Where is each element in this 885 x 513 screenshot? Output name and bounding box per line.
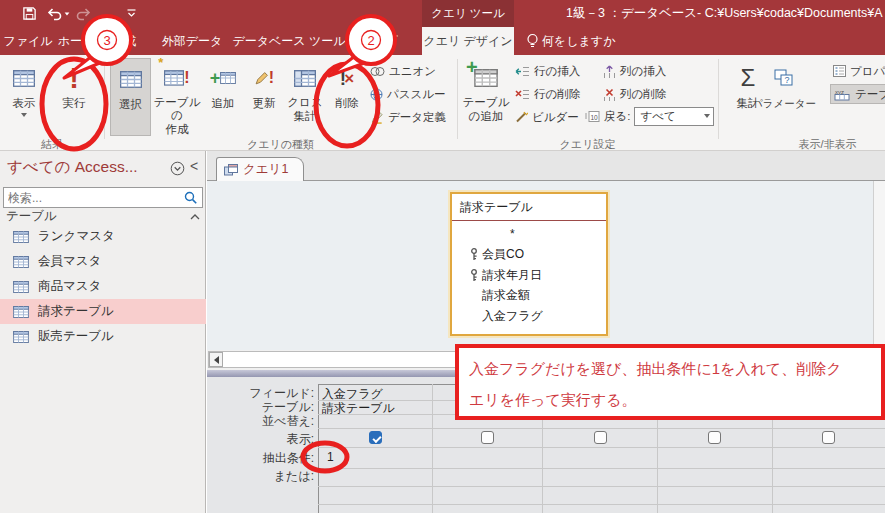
svg-text:xyz: xyz	[835, 88, 844, 94]
delete-columns-icon	[603, 88, 616, 101]
insert-columns-button[interactable]: 列の挿入	[603, 61, 666, 81]
nav-item-member-master[interactable]: 会員マスタ	[0, 249, 206, 274]
grid-row-line	[318, 428, 885, 429]
grid-cell-table[interactable]: 請求テーブル	[322, 402, 395, 415]
select-query-button[interactable]: 選択	[110, 58, 151, 136]
view-button[interactable]: 表示	[4, 58, 44, 136]
save-icon[interactable]	[22, 6, 37, 21]
tab-help[interactable]: ヘルプ	[346, 27, 412, 55]
table-names-icon: xyz	[834, 88, 851, 101]
vertical-scrollbar[interactable]	[873, 181, 885, 350]
scroll-left-arrow-icon	[214, 356, 219, 364]
table-icon	[13, 256, 29, 268]
combobox-caret-icon	[704, 114, 710, 118]
data-definition-pencil-icon	[370, 111, 384, 124]
document-tab-bar	[207, 151, 885, 181]
field-list-billing-table[interactable]: 請求テーブル * 会員CO 請求年月日 請求金額 入金フラグ	[450, 192, 608, 336]
delete-rows-button[interactable]: 行の削除	[515, 84, 580, 104]
append-plus-icon: +	[210, 62, 237, 94]
field-item-asterisk[interactable]: *	[452, 224, 606, 245]
primary-key-icon	[466, 269, 482, 282]
delete-query-button[interactable]: !× 削除	[326, 58, 368, 136]
query-type-group-label: クエリの種類	[104, 137, 457, 150]
property-sheet-icon	[833, 65, 846, 77]
svg-text:10: 10	[591, 113, 599, 120]
undo-icon[interactable]	[46, 6, 62, 21]
nav-item-billing-table[interactable]: 請求テーブル	[0, 299, 206, 324]
tab-create[interactable]: 作成	[100, 27, 148, 55]
nav-item-sales-table[interactable]: 販売テーブル	[0, 324, 206, 349]
tab-file[interactable]: ファイル	[4, 27, 52, 55]
run-button[interactable]: ! 実行	[46, 58, 102, 136]
field-item-billing-date[interactable]: 請求年月日	[452, 265, 606, 286]
title-bar: クエリ ツール 1級－3 ：データベース- C:¥Users¥codac¥Doc…	[0, 0, 885, 27]
insert-columns-icon	[603, 65, 616, 78]
search-input[interactable]	[4, 191, 184, 205]
tab-external-data[interactable]: 外部データ	[150, 27, 234, 55]
insert-rows-button[interactable]: 行の挿入	[515, 61, 580, 81]
grid-row-line	[318, 504, 885, 505]
search-icon[interactable]	[184, 191, 198, 205]
tab-query-design[interactable]: クエリ デザイン	[422, 27, 514, 55]
nav-item-rank-master[interactable]: ランクマスタ	[0, 224, 206, 249]
grid-row-line	[318, 447, 885, 448]
table-icon	[13, 306, 29, 318]
return-icon: 10	[584, 110, 600, 123]
nav-menu-icon[interactable]	[170, 161, 185, 176]
show-checkbox[interactable]	[708, 431, 721, 444]
delete-columns-button[interactable]: 列の削除	[603, 84, 666, 104]
field-item-billing-amount[interactable]: 請求金額	[452, 286, 606, 307]
return-control: 10 戻る: すべて	[584, 106, 714, 126]
tab-database-tools[interactable]: データベース ツール	[236, 27, 342, 55]
field-list-title: 請求テーブル	[452, 194, 606, 216]
builder-button[interactable]: ビルダー	[515, 107, 579, 127]
tab-home[interactable]: ホーム	[54, 27, 98, 55]
redo-icon[interactable]	[76, 6, 92, 21]
select-query-icon	[120, 63, 142, 95]
field-item-payment-flag[interactable]: 入金フラグ	[452, 306, 606, 327]
union-query-button[interactable]: ユニオン	[370, 61, 436, 81]
grid-row-label-field: フィールド:	[214, 387, 314, 400]
make-table-icon: * !	[164, 62, 189, 94]
property-sheet-button[interactable]: プロパ	[833, 61, 885, 81]
show-checkbox[interactable]	[594, 431, 607, 444]
delete-query-icon: !×	[340, 62, 354, 94]
grid-cell-field[interactable]: 入金フラグ	[322, 388, 383, 401]
show-checkbox[interactable]	[369, 431, 382, 444]
tell-me-box[interactable]: 何をしますか	[542, 27, 622, 55]
update-query-button[interactable]: ! 更新	[244, 58, 284, 136]
add-tables-icon: +	[474, 62, 498, 94]
update-pencil-icon: !	[254, 62, 274, 94]
undo-dropdown-caret-icon[interactable]	[65, 12, 70, 15]
return-combobox[interactable]: すべて	[634, 107, 714, 126]
table-icon	[13, 281, 29, 293]
scroll-left-button[interactable]	[209, 352, 223, 367]
pass-through-query-button[interactable]: パススルー	[370, 84, 446, 104]
query-setup-group-label: クエリ設定	[457, 137, 718, 150]
show-checkbox[interactable]	[822, 431, 835, 444]
crosstab-query-button[interactable]: クロス 集計	[285, 58, 325, 136]
append-query-button[interactable]: + 追加	[203, 58, 243, 136]
data-definition-query-button[interactable]: データ定義	[370, 107, 446, 127]
add-tables-button[interactable]: + テーブル の追加	[461, 58, 511, 136]
field-item-member-co[interactable]: 会員CO	[452, 245, 606, 266]
globe-icon	[370, 88, 383, 101]
show-checkbox[interactable]	[481, 431, 494, 444]
grid-cell-criteria[interactable]: 1	[327, 451, 334, 464]
grid-label-border	[318, 384, 319, 513]
parameters-button[interactable]: ? パラメーター	[752, 58, 816, 136]
contextual-tab-group-label: クエリ ツール	[422, 0, 514, 27]
navigation-pane: すべての Access... < テーブル ランクマスタ 会員マスタ 商品マスタ…	[0, 151, 206, 513]
customize-qat-icon[interactable]	[127, 9, 136, 18]
document-tab-query1[interactable]: クエリ1	[216, 157, 304, 181]
table-names-toggle[interactable]: xyz テーブル	[830, 84, 885, 104]
nav-collapse-icon[interactable]: <	[190, 158, 198, 174]
builder-wand-icon	[515, 111, 528, 123]
lightbulb-icon	[526, 33, 539, 49]
chevron-up-icon	[189, 212, 201, 221]
access-window: クエリ ツール 1級－3 ：データベース- C:¥Users¥codac¥Doc…	[0, 0, 885, 513]
make-table-query-button[interactable]: * ! テーブルの 作成	[153, 58, 201, 136]
grid-row-label-show: 表示:	[214, 433, 314, 446]
group-separator	[104, 59, 105, 139]
nav-item-product-master[interactable]: 商品マスタ	[0, 274, 206, 299]
